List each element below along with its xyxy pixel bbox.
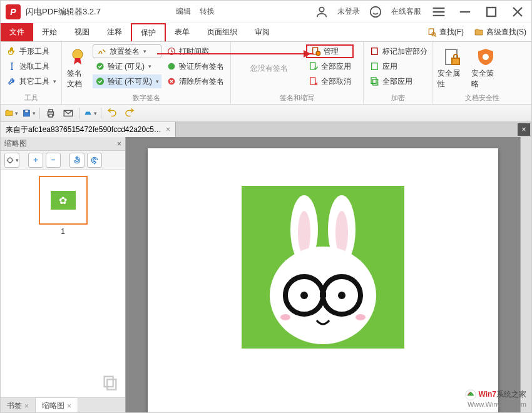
svg-rect-18 xyxy=(373,79,378,85)
document-tab[interactable]: 来自于afc1ea8376515472fe590fccd42a20c5_resi… xyxy=(1,122,176,137)
title-menu-edit[interactable]: 编辑 xyxy=(176,6,191,17)
panel-close-icon[interactable]: × xyxy=(117,140,121,148)
menu-form[interactable]: 表单 xyxy=(166,23,198,41)
document-tab-bar: 来自于afc1ea8376515472fe590fccd42a20c5_resi… xyxy=(1,122,531,137)
svg-rect-23 xyxy=(25,110,28,113)
document-tab-title: 来自于afc1ea8376515472fe590fccd42a20c5_resi… xyxy=(6,125,162,135)
security-props-button[interactable]: 安全属性 xyxy=(436,44,468,92)
apply-encrypt-button[interactable]: 应用 xyxy=(367,59,430,73)
ribbon-group-label: 加密 xyxy=(367,92,428,103)
tab-thumbnail[interactable]: 缩略图× xyxy=(36,398,78,413)
svg-point-0 xyxy=(319,7,324,11)
apply-icon xyxy=(370,61,380,71)
svg-point-41 xyxy=(338,292,345,299)
svg-point-42 xyxy=(280,314,290,320)
ribbon-group-label: 数字签名 xyxy=(66,92,227,103)
svg-rect-30 xyxy=(107,379,116,389)
svg-point-9 xyxy=(168,63,175,70)
advanced-find-button[interactable]: 高级查找(S) xyxy=(469,23,531,41)
undo-button[interactable] xyxy=(105,106,119,120)
thumbnail-panel: 缩略图 × ＋ － ✿ 1 书签× 缩略图× xyxy=(1,137,126,413)
close-tab-icon[interactable]: × xyxy=(166,125,170,134)
search-icon xyxy=(427,28,437,38)
svg-rect-15 xyxy=(372,48,377,55)
save-button[interactable] xyxy=(22,106,36,120)
thumb-page-number: 1 xyxy=(39,225,88,236)
vertical-scrollbar[interactable] xyxy=(520,137,531,413)
menu-comment[interactable]: 注释 xyxy=(98,23,131,41)
cancel-all-sig-button[interactable]: 全部取消 xyxy=(306,74,354,88)
apply-all-encrypt-button[interactable]: 全部应用 xyxy=(367,74,430,88)
svg-point-43 xyxy=(356,314,366,320)
svg-rect-2 xyxy=(487,8,496,16)
text-cursor-icon xyxy=(7,61,17,71)
x-doc-icon xyxy=(309,76,319,86)
menu-review[interactable]: 审阅 xyxy=(246,23,279,41)
ribbon-group-tools: 手形工具 选取工具 其它工具 工具 xyxy=(1,42,62,104)
folder-search-icon xyxy=(474,28,484,38)
sign-document-button[interactable]: 签名文档 xyxy=(66,44,90,92)
redo-button[interactable] xyxy=(123,106,136,120)
apply-all-sig-button[interactable]: 全部应用 xyxy=(306,59,354,73)
hamburger-icon[interactable] xyxy=(430,3,448,21)
menu-view[interactable]: 视图 xyxy=(66,23,98,41)
svg-rect-14 xyxy=(310,78,315,84)
verify-all-button[interactable]: 验证所有签名 xyxy=(164,59,227,73)
menu-bar: 文件 开始 视图 注释 保护 表单 页面组织 审阅 查找(F) 高级查找(S) xyxy=(1,23,531,42)
apply-all-icon xyxy=(370,76,380,86)
thumbnail-toolbar: ＋ － xyxy=(1,151,125,170)
tab-bookmark[interactable]: 书签× xyxy=(1,398,36,413)
open-button[interactable] xyxy=(4,106,18,120)
thumbnail-page[interactable]: ✿ 1 xyxy=(39,176,88,236)
verify-invisible-button[interactable]: 验证 (不可见) xyxy=(93,74,161,88)
menu-page[interactable]: 页面组织 xyxy=(198,23,246,41)
thumbnail-list[interactable]: ✿ 1 xyxy=(1,170,125,397)
verify-visible-button[interactable]: 验证 (可见) xyxy=(93,59,161,73)
online-service[interactable]: 在线客服 xyxy=(391,6,421,17)
other-tools-button[interactable]: 其它工具 xyxy=(4,74,59,88)
select-tool-button[interactable]: 选取工具 xyxy=(4,59,59,73)
svg-point-12 xyxy=(316,51,320,56)
menu-start[interactable]: 开始 xyxy=(33,23,66,41)
copy-icon[interactable] xyxy=(101,374,119,391)
print-button[interactable] xyxy=(44,106,58,120)
clear-all-sig-button[interactable]: 清除所有签名 xyxy=(164,74,227,88)
pdf-page[interactable] xyxy=(148,148,498,413)
maximize-button[interactable] xyxy=(483,3,500,21)
menu-file[interactable]: 文件 xyxy=(1,23,33,41)
zoom-out-button[interactable]: － xyxy=(46,153,61,168)
security-policy-button[interactable]: 安全策略 xyxy=(470,44,501,92)
thumb-options-button[interactable] xyxy=(4,153,19,168)
title-menu-convert[interactable]: 转换 xyxy=(200,6,215,17)
timestamp-button[interactable]: 打时间戳 xyxy=(164,44,227,58)
svg-point-34 xyxy=(298,211,310,255)
hand-tool-button[interactable]: 手形工具 xyxy=(4,44,59,58)
marker-icon xyxy=(370,46,380,56)
close-all-tabs-button[interactable]: × xyxy=(518,123,530,136)
svg-point-40 xyxy=(300,292,308,299)
smile-icon xyxy=(369,5,382,19)
rotate-cw-button[interactable] xyxy=(87,153,102,168)
side-panel-tabs: 书签× 缩略图× xyxy=(1,397,125,413)
ribbon-group-label: 工具 xyxy=(4,92,58,103)
login-status[interactable]: 未登录 xyxy=(337,6,360,17)
hand-icon xyxy=(7,46,17,56)
find-button[interactable]: 查找(F) xyxy=(422,23,469,41)
page-viewport[interactable] xyxy=(126,137,520,413)
wrench-icon xyxy=(7,76,17,86)
menu-protect[interactable]: 保护 xyxy=(131,23,166,41)
close-button[interactable] xyxy=(509,3,526,21)
mark-encrypt-button[interactable]: 标记加密部分 xyxy=(367,44,430,58)
svg-point-1 xyxy=(371,6,381,17)
zoom-in-button[interactable]: ＋ xyxy=(28,153,43,168)
ribbon: 手形工具 选取工具 其它工具 工具 签名文档 放置签名 验证 (可见) 验证 (… xyxy=(1,42,531,105)
quick-toolbar xyxy=(1,105,531,122)
signature-icon xyxy=(97,46,107,56)
minimize-button[interactable] xyxy=(456,3,474,21)
svg-rect-39 xyxy=(320,292,326,297)
scan-button[interactable] xyxy=(83,106,97,120)
svg-rect-26 xyxy=(49,114,53,117)
rotate-ccw-button[interactable] xyxy=(69,153,84,168)
mail-button[interactable] xyxy=(61,106,75,120)
place-signature-button[interactable]: 放置签名 xyxy=(93,44,161,58)
